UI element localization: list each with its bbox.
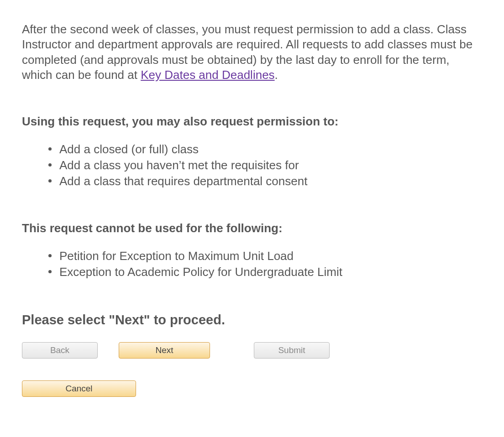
may-also-list: Add a closed (or full) class Add a class… xyxy=(22,141,482,189)
cancel-button[interactable]: Cancel xyxy=(22,380,136,397)
intro-text-after: . xyxy=(275,68,278,82)
next-button[interactable]: Next xyxy=(119,342,210,359)
list-item: Add a closed (or full) class xyxy=(59,141,482,157)
back-button[interactable]: Back xyxy=(22,342,98,359)
button-row-secondary: Cancel xyxy=(22,380,482,397)
cannot-use-list: Petition for Exception to Maximum Unit L… xyxy=(22,248,482,280)
button-row-primary: Back Next Submit xyxy=(22,342,482,359)
list-item: Add a class you haven’t met the requisit… xyxy=(59,157,482,173)
cannot-use-heading: This request cannot be used for the foll… xyxy=(22,221,482,235)
list-item: Exception to Academic Policy for Undergr… xyxy=(59,264,482,280)
submit-button[interactable]: Submit xyxy=(254,342,330,359)
list-item: Petition for Exception to Maximum Unit L… xyxy=(59,248,482,264)
list-item: Add a class that requires departmental c… xyxy=(59,173,482,189)
key-dates-link[interactable]: Key Dates and Deadlines xyxy=(141,68,274,82)
proceed-heading: Please select "Next" to proceed. xyxy=(22,312,482,328)
intro-paragraph: After the second week of classes, you mu… xyxy=(22,22,482,83)
may-also-heading: Using this request, you may also request… xyxy=(22,114,482,129)
